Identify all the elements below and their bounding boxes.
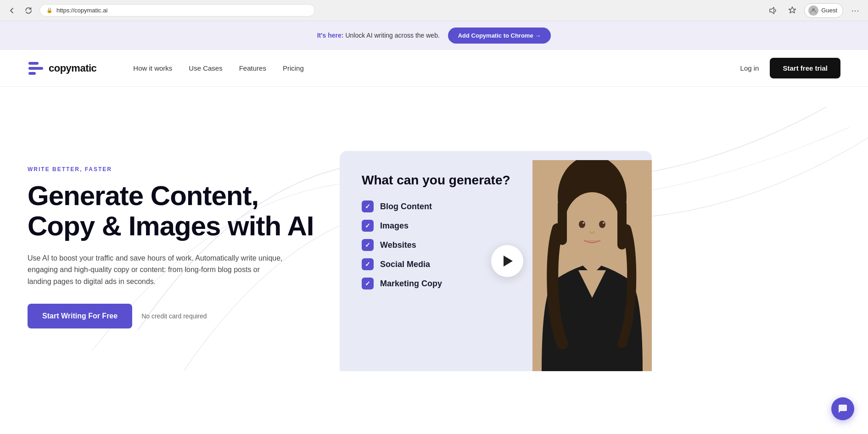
svg-rect-1 [28,62,39,65]
nav-features[interactable]: Features [239,64,266,72]
svg-point-9 [579,221,585,228]
nav-right: Log in Start free trial [740,58,840,78]
announcement-banner: It's here: Unlock AI writing across the … [0,21,868,50]
svg-point-10 [599,221,605,228]
navbar: copymatic How it works Use Cases Feature… [0,50,868,87]
hero-headline: Generate Content, Copy & Images with AI [28,181,340,241]
play-button-area [491,245,523,277]
nav-links: How it works Use Cases Features Pricing [133,64,303,72]
avatar [808,6,818,16]
nav-pricing[interactable]: Pricing [283,64,304,72]
logo-icon [28,60,44,77]
hero-headline-line2: Copy & Images with AI [28,211,314,241]
checklist-label-blog: Blog Content [380,202,432,211]
address-bar[interactable]: 🔒 https://copymatic.ai [39,4,315,17]
banner-unlock-text: Unlock AI writing across the web. [345,32,439,39]
check-icon-social: ✓ [362,258,374,270]
svg-point-11 [582,222,584,224]
check-icon-images: ✓ [362,220,374,232]
svg-point-6 [565,192,620,256]
checklist-label-social: Social Media [380,260,430,269]
user-profile-button[interactable]: Guest [804,3,843,18]
start-writing-button[interactable]: Start Writing For Free [28,304,132,328]
person-image [532,160,652,371]
hero-left: WRITE BETTER, FASTER Generate Content, C… [28,114,340,371]
user-label: Guest [821,7,837,14]
login-link[interactable]: Log in [740,64,759,72]
browser-chrome: 🔒 https://copymatic.ai Guest ⋯ [0,0,868,21]
favorites-button[interactable] [785,3,800,18]
logo[interactable]: copymatic [28,60,96,77]
browser-right-controls: Guest ⋯ [766,3,862,18]
generate-card: What can you generate? ✓ Blog Content ✓ … [340,151,652,371]
banner-its-here: It's here: [317,32,344,39]
check-icon-websites: ✓ [362,239,374,251]
url-text: https://copymatic.ai [56,7,107,14]
add-chrome-button[interactable]: Add Copymatic to Chrome → [448,28,551,44]
hero-right: What can you generate? ✓ Blog Content ✓ … [340,114,652,371]
hero-section: WRITE BETTER, FASTER Generate Content, C… [0,87,868,371]
no-credit-text: No credit card required [141,312,207,320]
read-aloud-button[interactable] [766,3,780,18]
svg-rect-2 [28,67,43,70]
checklist-label-marketing: Marketing Copy [380,279,442,289]
check-icon-marketing: ✓ [362,278,374,289]
svg-rect-3 [28,72,36,75]
check-icon-blog: ✓ [362,200,374,212]
checklist-label-websites: Websites [380,240,416,250]
play-triangle-icon [504,256,513,267]
hero-tagline: WRITE BETTER, FASTER [28,166,340,172]
refresh-button[interactable] [22,4,35,17]
nav-use-cases[interactable]: Use Cases [189,64,222,72]
back-button[interactable] [6,4,18,17]
start-trial-button[interactable]: Start free trial [770,58,840,78]
hero-headline-line1: Generate Content, [28,180,258,211]
browser-nav-buttons [6,4,35,17]
svg-point-12 [603,222,605,224]
logo-text: copymatic [49,62,96,74]
play-button[interactable] [491,245,523,277]
nav-how-it-works[interactable]: How it works [133,64,172,72]
hero-cta-row: Start Writing For Free No credit card re… [28,304,340,328]
lock-icon: 🔒 [46,7,53,13]
checklist-label-images: Images [380,221,409,231]
more-button[interactable]: ⋯ [848,3,862,18]
svg-rect-13 [583,250,601,268]
hero-subtitle: Use AI to boost your traffic and save ho… [28,252,285,288]
